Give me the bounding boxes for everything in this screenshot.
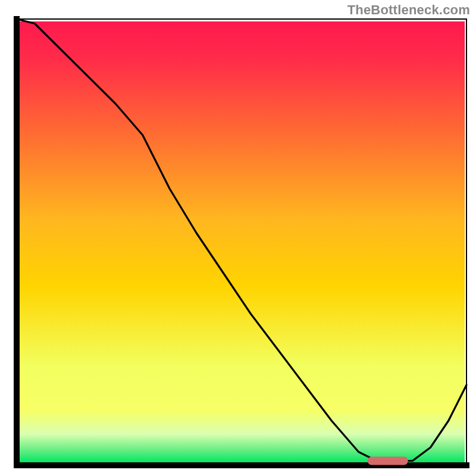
bottleneck-chart <box>0 0 476 476</box>
svg-rect-0 <box>20 21 465 463</box>
svg-rect-4 <box>368 457 408 465</box>
